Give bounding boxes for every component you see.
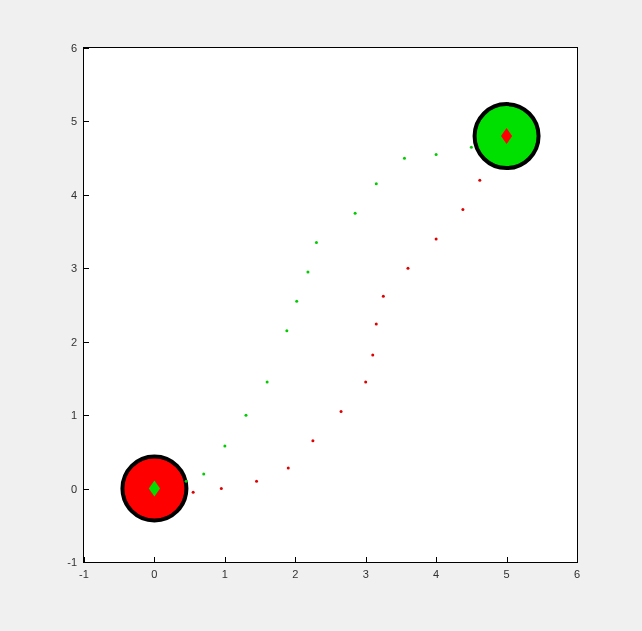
x-tick-label: 3 xyxy=(363,568,369,580)
dots-green xyxy=(285,329,288,332)
dots-green xyxy=(244,414,247,417)
dots-green xyxy=(315,241,318,244)
axes: -10123456-10123456 xyxy=(83,47,578,563)
figure: -10123456-10123456 xyxy=(0,0,642,631)
y-tick-label: 6 xyxy=(71,42,77,54)
dots-red xyxy=(255,480,258,483)
y-tick-label: 0 xyxy=(71,483,77,495)
dots-red xyxy=(371,353,374,356)
x-tick-label: 0 xyxy=(151,568,157,580)
dots-red xyxy=(364,381,367,384)
y-tick-label: -1 xyxy=(67,556,77,568)
dots-red xyxy=(340,410,343,413)
y-tick-label: 4 xyxy=(71,189,77,201)
dots-red xyxy=(461,208,464,211)
x-tick-label: 4 xyxy=(433,568,439,580)
dots-green xyxy=(185,480,188,483)
dots-red xyxy=(382,295,385,298)
y-tick-label: 2 xyxy=(71,336,77,348)
dots-red xyxy=(192,491,195,494)
x-tick-label: -1 xyxy=(79,568,89,580)
y-tick-label: 5 xyxy=(71,115,77,127)
dots-green xyxy=(306,270,309,273)
dots-red xyxy=(220,487,223,490)
x-tick-label: 1 xyxy=(222,568,228,580)
dots-green xyxy=(470,146,473,149)
dots-red xyxy=(311,439,314,442)
dots-green xyxy=(266,381,269,384)
dots-green xyxy=(354,212,357,215)
dots-red xyxy=(478,179,481,182)
dots-green xyxy=(202,472,205,475)
y-tick-label: 3 xyxy=(71,262,77,274)
dots-green xyxy=(375,182,378,185)
x-tick-label: 6 xyxy=(574,568,580,580)
dots-green xyxy=(435,153,438,156)
y-tick-label: 1 xyxy=(71,409,77,421)
dots-green xyxy=(295,300,298,303)
x-tick-label: 5 xyxy=(504,568,510,580)
dots-red xyxy=(287,467,290,470)
dots-red xyxy=(406,267,409,270)
x-tick-label: 2 xyxy=(292,568,298,580)
plot-area xyxy=(84,48,577,562)
dots-green xyxy=(223,444,226,447)
dots-red xyxy=(375,323,378,326)
dots-green xyxy=(403,157,406,160)
dots-red xyxy=(435,237,438,240)
